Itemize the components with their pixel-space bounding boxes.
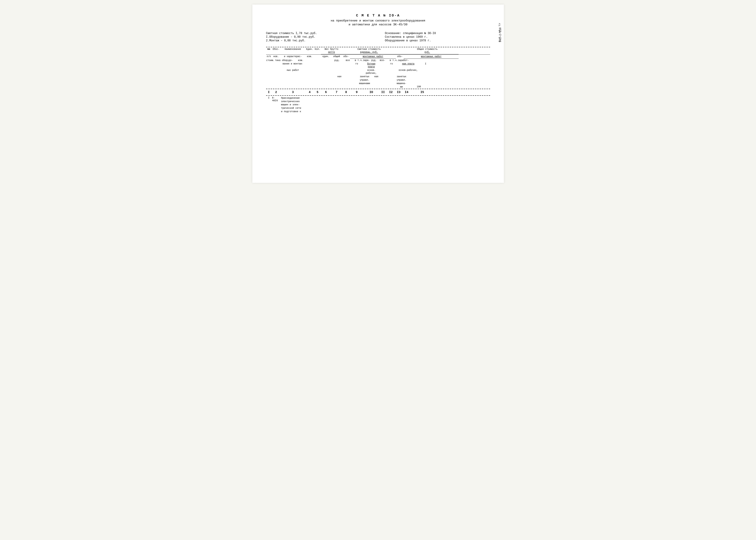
hdr-r7-empty2 [343, 78, 357, 82]
hdr-r3-naya [411, 59, 421, 62]
hdr-r9-ed-obsh [314, 85, 335, 89]
header-row-2: п/п нов. и характерис- изм. един. общий … [266, 55, 490, 59]
hdr-r9-empty4 [380, 85, 389, 89]
page-container: Т.П. АЛ. ТУ 901-2-118 С М Е Т А № IO-А н… [252, 5, 504, 183]
hdr-r9-mi: ми [389, 85, 414, 89]
hdr-r4-mark: I [421, 62, 431, 68]
hdr-r4-empty [314, 62, 321, 68]
header-row-7: управл. управл. [266, 78, 490, 82]
col-num-9: 9 [350, 90, 364, 94]
hdr-r8-empty2 [343, 82, 357, 85]
hdr-r5-empty3 [387, 68, 396, 75]
info-line-3: 2.Монтаж – 0,88 тнс.руб. [266, 39, 371, 42]
hdr-r2-obor: обо- [342, 55, 350, 59]
info-line-2: I.Оборудование – 0,90 тнс.руб. [266, 36, 371, 39]
hdr-r3-obsh2 [322, 59, 333, 62]
hdr-r8-ed-obsh [314, 82, 335, 85]
hdr-r4-obor-text: вания и монтаж- [280, 62, 305, 68]
hdr-r2-char: и характерис- [280, 55, 305, 59]
hdr-r2-obor2: обо- [396, 55, 404, 59]
col-num-4: 4 [305, 90, 314, 94]
info-block: Сметная стоимость I,78 тыс.руб. I.Оборуд… [266, 32, 490, 43]
hdr-r7-empty [266, 78, 314, 82]
info-right: Основание: спецификация № ЗО-I8 Составле… [385, 32, 490, 43]
hdr-r5-obsh [331, 68, 342, 75]
col-num-13: I3 [395, 90, 402, 94]
hdr-r9-mark: 190 [414, 85, 424, 89]
col-num-8: 8 [342, 90, 350, 94]
hdr-r4-go2: го [387, 62, 396, 68]
col-num-2: 2 [272, 90, 280, 94]
info-right-line-2: Составлена в ценах 1969 г. [385, 36, 490, 39]
data-col-13 [395, 96, 402, 113]
hdr-r4-ed [321, 62, 331, 68]
hdr-r5-text: ных работ [280, 68, 305, 75]
hdr-r6-ed-obsh [314, 75, 335, 78]
hdr-r3-vsego: все- [378, 59, 387, 62]
title-sub2: и автоматики для насосов ЗК-45/30 [266, 23, 490, 26]
info-right-line-3: Оборудование в ценах 1978 г. [385, 39, 490, 42]
data-col-10 [364, 96, 379, 113]
data-col-3-line-5: и подготовке к [281, 110, 305, 113]
hdr-r5-mark [421, 68, 431, 75]
hdr-r7-ed-obsh [314, 78, 335, 82]
header-row-1: №№ Обос- Наименование Един. Кол. Вес бру… [266, 47, 490, 55]
hdr-r2-mont2-span: монтажных работ [404, 55, 459, 59]
title-block: С М Е Т А № IO-А на приобретение и монта… [266, 14, 490, 26]
info-right-line-1: Основание: спецификация № ЗО-I8 [385, 32, 490, 35]
col-num-11: II [379, 90, 387, 94]
hdr-r3-obor-text: тика оборудо- [272, 59, 296, 62]
hdr-r6-empty2 [343, 75, 357, 78]
data-col-9 [350, 96, 364, 113]
data-col-4 [305, 96, 314, 113]
info-left: Сметная стоимость I,78 тыс.руб. I.Оборуд… [266, 32, 371, 43]
hdr-r2-empty [314, 55, 321, 59]
hdr-r7-empty3 [380, 78, 389, 82]
hdr-r9-empty [266, 85, 314, 89]
hdr-r6-zan2: занятых [389, 75, 414, 78]
hdr-r3-rud2: руд. [370, 59, 378, 62]
data-col-8 [342, 96, 350, 113]
hdr-r7-mark [414, 78, 424, 82]
hdr-r4-obor [342, 62, 350, 68]
table-header: №№ Обос- Наименование Един. Кол. Вес бру… [266, 47, 490, 89]
hdr-r8-rud2 [373, 82, 380, 85]
col-num-12: I2 [387, 90, 395, 94]
hdr-r4-rud [379, 62, 387, 68]
data-col-14 [402, 96, 410, 113]
data-col-3-line-2: электрических [281, 100, 305, 103]
hdr-r4-1 [266, 62, 272, 68]
column-numbers-row: I 2 3 4 5 6 7 8 9 IO II I2 I3 I4 I5 [266, 89, 490, 96]
hdr-r5-empty [314, 68, 321, 75]
hdr-r3-rud: руд. [333, 59, 341, 62]
data-col-2: 8-48I6 [272, 96, 280, 113]
data-col-11 [379, 96, 387, 113]
hdr-r7-rud2 [373, 78, 380, 82]
hdr-r4-2 [272, 62, 280, 68]
hdr-r9-empty2 [343, 85, 357, 89]
hdr-r9-rud [335, 85, 343, 89]
hdr-r4-izm [305, 62, 314, 68]
header-row-3: стоим. тика оборудо- изм. руд. все в т.ч… [266, 59, 490, 62]
data-col-15 [410, 96, 434, 113]
hdr-r8-mash: машинами [357, 82, 373, 85]
hdr-r8-empty3 [380, 82, 389, 85]
title-sub1: на приобретение и монтаж силового электр… [266, 19, 490, 22]
info-line-1: Сметная стоимость I,78 тыс.руб. [266, 32, 371, 35]
hdr-col-qty: Кол. [314, 47, 321, 55]
hdr-r5-2 [272, 68, 280, 75]
data-col-6 [321, 96, 331, 113]
hdr-r5-osnov2: основ-рабочих, [396, 68, 421, 75]
hdr-r3-vse: все [341, 59, 355, 62]
hdr-r9-rud2 [373, 85, 380, 89]
hdr-r4-obsh [331, 62, 342, 68]
hdr-r7-rud [335, 78, 343, 82]
data-col-7 [331, 96, 342, 113]
table-body: I 8-48I6 Присоединение электрических маш… [266, 96, 490, 114]
header-row-9: ми 190 [266, 85, 490, 89]
hdr-r9-empty3 [357, 85, 373, 89]
title-main: С М Е Т А № IO-А [266, 14, 490, 18]
table-row: I 8-48I6 Присоединение электрических маш… [266, 96, 490, 114]
hdr-col-unit: Един. [305, 47, 314, 55]
hdr-r3-izm2: изм. [296, 59, 305, 62]
